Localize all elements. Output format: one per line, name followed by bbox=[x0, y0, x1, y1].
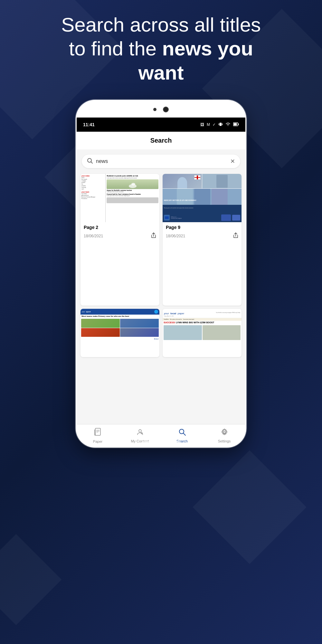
phone-home-bar[interactable] bbox=[142, 441, 180, 443]
camera-lens bbox=[163, 107, 169, 112]
np9-logo bbox=[164, 215, 170, 221]
np9-crowd-photo bbox=[216, 175, 228, 188]
battery-icon bbox=[233, 122, 239, 127]
nav-paper[interactable]: Paper bbox=[77, 428, 119, 443]
np2-team-promotion: Promotions bbox=[81, 198, 104, 199]
app-title: Search bbox=[150, 137, 172, 144]
local-header: your local paper Your Norfolk's communit… bbox=[163, 309, 242, 318]
newspaper-local-preview: your local paper Your Norfolk's communit… bbox=[163, 309, 242, 357]
np2-body-3: Lorem ipsum dolor sit amet consectetur a… bbox=[107, 195, 158, 197]
np2-item-motoring: motoring bbox=[81, 187, 104, 188]
result-share-button-2[interactable] bbox=[151, 232, 156, 239]
np2-bird-image bbox=[107, 179, 158, 189]
np9-photo-2 bbox=[202, 174, 242, 188]
status-icons: 🖼 M ✓ bbox=[200, 122, 239, 128]
np2-main: Rubbish in ponds puts wildlife at risk L… bbox=[106, 174, 159, 222]
np9-photo-1 bbox=[163, 174, 202, 188]
sensor-dot bbox=[153, 108, 156, 111]
newspaper-page2-preview: your index letters Euro pupils nostalgia… bbox=[80, 174, 159, 222]
search-bar-container: news ✕ bbox=[77, 149, 245, 171]
local-date: Friday, March 12, 2021 bbox=[164, 316, 240, 317]
local-top-summer: Summertime beach patrol bbox=[183, 319, 194, 320]
np9-person-silhouette bbox=[177, 177, 187, 188]
sport-twitter bbox=[154, 310, 158, 314]
np2-item-property: property bbox=[81, 185, 104, 186]
newspaper-page9-preview: MERCURY MOTORS IS UP AND RUNNING! Runnin… bbox=[163, 174, 242, 222]
result-card-sport[interactable]: your sport West teams make Primary case … bbox=[80, 309, 159, 357]
local-logo-your: your bbox=[164, 312, 169, 315]
result-card-info-page9: Page 9 18/06/2021 bbox=[163, 222, 242, 242]
search-input[interactable]: news bbox=[96, 158, 227, 164]
np2-body-1: Lorem ipsum dolor sit amet consectetur a… bbox=[107, 178, 158, 179]
np9-player-photos bbox=[177, 189, 228, 205]
headline-text: Search across all titles to find the new… bbox=[19, 13, 303, 85]
svg-rect-0 bbox=[220, 123, 222, 126]
np9-photo-3 bbox=[163, 189, 242, 205]
sport-behind-label: Behind bbox=[80, 337, 159, 340]
nav-settings[interactable]: Settings bbox=[203, 428, 245, 443]
phone-body: 11:41 🖼 M ✓ bbox=[76, 100, 246, 448]
np9-top-photos bbox=[163, 174, 242, 198]
volume-down-button bbox=[76, 191, 76, 210]
np2-item-euro: Euro pupils bbox=[81, 179, 104, 180]
np2-item-nostalgia: nostalgia bbox=[81, 180, 104, 182]
result-card-page9[interactable]: MERCURY MOTORS IS UP AND RUNNING! Runnin… bbox=[163, 174, 242, 306]
svg-line-7 bbox=[91, 162, 92, 163]
local-header-row: your local paper Your Norfolk's communit… bbox=[164, 310, 240, 316]
np2-item-letters: letters bbox=[81, 177, 104, 178]
search-clear-button[interactable]: ✕ bbox=[230, 158, 235, 165]
result-card-local[interactable]: your local paper Your Norfolk's communit… bbox=[163, 309, 242, 357]
volume-up-button bbox=[76, 165, 76, 185]
local-main-headline: SUCCESS! LYNN WINS BIG WITH £25M BOOST bbox=[163, 321, 242, 325]
local-logo-paper: paper bbox=[178, 312, 184, 315]
result-card-page2[interactable]: your index letters Euro pupils nostalgia… bbox=[80, 174, 159, 306]
svg-rect-1 bbox=[219, 123, 219, 125]
np2-item-sport: sport bbox=[81, 188, 104, 190]
result-date-9: 18/06/2021 bbox=[166, 234, 185, 238]
result-page-label-2: Page 2 bbox=[84, 225, 156, 230]
local-top-win: Win a place on the start line bbox=[170, 319, 182, 320]
bg-shape-5 bbox=[0, 534, 62, 625]
result-page-label-9: Page 9 bbox=[166, 225, 238, 230]
local-photo-1 bbox=[164, 325, 202, 340]
headline-line2: to find the bbox=[69, 37, 156, 60]
check-icon: ✓ bbox=[213, 122, 216, 127]
result-share-button-9[interactable] bbox=[233, 232, 238, 239]
photo-icon: 🖼 bbox=[200, 122, 204, 127]
np2-team-ad: Advertisement bbox=[81, 195, 104, 196]
result-card-image-sport: your sport West teams make Primary case … bbox=[80, 309, 159, 357]
result-card-image-page2: your index letters Euro pupils nostalgia… bbox=[80, 174, 159, 222]
results-grid: your index letters Euro pupils nostalgia… bbox=[77, 171, 245, 424]
android-nav-bar: ◀ ● ■ bbox=[77, 447, 245, 448]
svg-point-19 bbox=[223, 431, 225, 433]
np2-item-puzzles: puzzles bbox=[81, 182, 104, 183]
search-bar[interactable]: news ✕ bbox=[82, 155, 240, 168]
np2-team-business: Business Develop Manager bbox=[81, 196, 104, 198]
app-header: Search bbox=[77, 132, 245, 149]
camera-area bbox=[153, 107, 169, 112]
local-photo-2 bbox=[203, 325, 241, 340]
local-headline-success: SUCCESS! bbox=[164, 321, 176, 324]
np9-ad-title: MERCURY MOTORS IS UP AND RUNNING! bbox=[164, 199, 240, 201]
np2-body-2: Lorem ipsum dolor sit amet consectetur bbox=[107, 192, 158, 193]
svg-point-14 bbox=[139, 430, 141, 432]
np9-ad-footer: Follow us onFacebook and Instagram bbox=[164, 214, 240, 221]
sport-photo-2 bbox=[120, 319, 159, 328]
local-top-east: East&West bbox=[164, 319, 169, 320]
svg-rect-2 bbox=[222, 123, 223, 125]
np9-car-image-2 bbox=[232, 215, 240, 221]
newspaper-sport-preview: your sport West teams make Primary case … bbox=[80, 309, 159, 357]
svg-rect-10 bbox=[95, 428, 100, 435]
svg-line-18 bbox=[184, 433, 185, 435]
sport-photos bbox=[80, 318, 159, 337]
np2-index-label: your index bbox=[81, 175, 104, 177]
result-date-row-2: 18/06/2021 bbox=[84, 232, 156, 239]
np2-team-editor: Your Editor bbox=[81, 193, 104, 194]
sport-sport-label: sport bbox=[86, 311, 91, 313]
sport-photo-3 bbox=[81, 328, 120, 337]
sport-your-label: your bbox=[82, 311, 85, 313]
local-logo-local: local bbox=[170, 312, 176, 315]
email-icon: M bbox=[207, 122, 210, 127]
phone-mockup: 11:41 🖼 M ✓ bbox=[76, 100, 246, 448]
sport-photo-1 bbox=[81, 319, 120, 328]
